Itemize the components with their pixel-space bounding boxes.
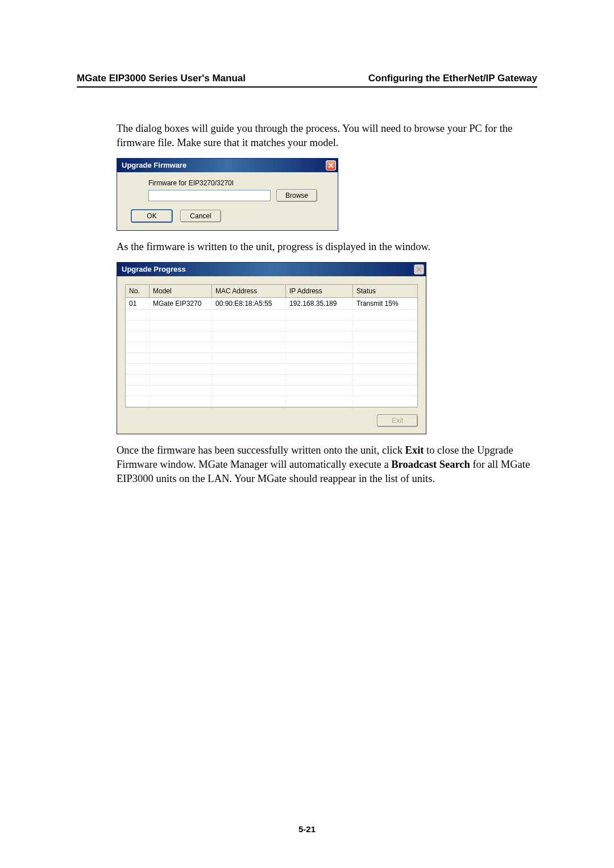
col-status: Status bbox=[353, 285, 417, 297]
cancel-button[interactable]: Cancel bbox=[180, 210, 221, 222]
exit-button: Exit bbox=[377, 414, 418, 427]
intro-paragraph: The dialog boxes will guide you through … bbox=[117, 122, 537, 150]
dialog-titlebar: Upgrade Firmware ✕ bbox=[117, 159, 338, 172]
col-mac: MAC Address bbox=[212, 285, 286, 297]
page-header: MGate EIP3000 Series User's Manual Confi… bbox=[77, 73, 537, 88]
header-right: Configuring the EtherNet/IP Gateway bbox=[368, 73, 537, 84]
col-no: No. bbox=[126, 285, 150, 297]
table-row: 01 MGate EIP3270 00:90:E8:18:A5:55 192.1… bbox=[126, 298, 417, 310]
cell-model: MGate EIP3270 bbox=[150, 298, 212, 309]
header-left: MGate EIP3000 Series User's Manual bbox=[77, 73, 246, 84]
final-paragraph: Once the firmware has been successfully … bbox=[117, 443, 537, 486]
table-row bbox=[126, 353, 417, 364]
cell-status: Transmit 15% bbox=[353, 298, 417, 309]
col-ip: IP Address bbox=[286, 285, 353, 297]
bold-exit: Exit bbox=[405, 445, 424, 456]
cell-ip: 192.168.35.189 bbox=[286, 298, 353, 309]
upgrade-firmware-dialog: Upgrade Firmware ✕ Firmware for EIP3270/… bbox=[117, 158, 338, 231]
progress-paragraph: As the firmware is written to the unit, … bbox=[117, 240, 537, 254]
ok-button[interactable]: OK bbox=[131, 210, 172, 222]
dialog-title: Upgrade Firmware bbox=[122, 161, 186, 169]
dialog-title: Upgrade Progress bbox=[122, 265, 186, 273]
cell-no: 01 bbox=[126, 298, 150, 309]
table-row bbox=[126, 375, 417, 385]
progress-table: No. Model MAC Address IP Address Status … bbox=[125, 284, 418, 408]
cell-mac: 00:90:E8:18:A5:55 bbox=[212, 298, 286, 309]
text-segment: Once the firmware has been successfully … bbox=[117, 445, 405, 456]
browse-button[interactable]: Browse bbox=[276, 189, 317, 202]
upgrade-progress-dialog: Upgrade Progress ✕ No. Model MAC Address… bbox=[117, 262, 426, 434]
firmware-path-input[interactable] bbox=[148, 190, 271, 201]
table-row bbox=[126, 364, 417, 375]
table-row bbox=[126, 321, 417, 331]
table-row bbox=[126, 396, 417, 407]
table-row bbox=[126, 385, 417, 396]
close-icon[interactable]: ✕ bbox=[326, 160, 336, 171]
page-number: 5-21 bbox=[0, 824, 614, 834]
col-model: Model bbox=[150, 285, 212, 297]
close-icon: ✕ bbox=[414, 264, 424, 275]
firmware-label: Firmware for EIP3270/3270I bbox=[148, 179, 327, 187]
table-row bbox=[126, 342, 417, 353]
table-header-row: No. Model MAC Address IP Address Status bbox=[126, 285, 417, 298]
bold-broadcast: Broadcast Search bbox=[391, 459, 470, 470]
table-row bbox=[126, 331, 417, 342]
table-row bbox=[126, 310, 417, 321]
dialog-titlebar: Upgrade Progress ✕ bbox=[117, 263, 426, 276]
